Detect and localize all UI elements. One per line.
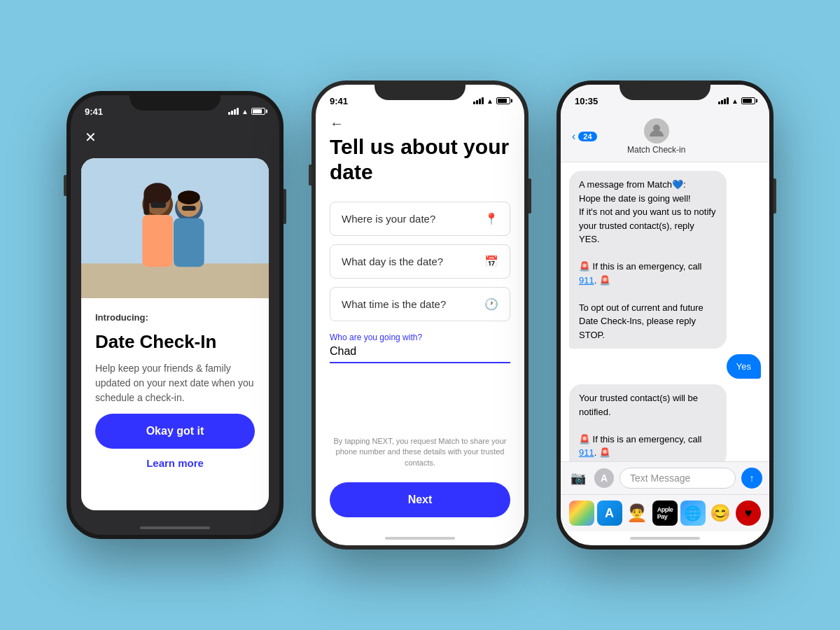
- home-indicator-3: [561, 531, 769, 545]
- location-field[interactable]: Where is your date? 📍: [330, 202, 510, 236]
- memoji-icon[interactable]: 🧑‍🦱: [624, 500, 650, 526]
- time-3: 10:35: [575, 96, 598, 106]
- person-icon: [648, 122, 665, 139]
- camera-button[interactable]: 📷: [568, 468, 589, 489]
- app-bar: A 🧑‍🦱 ApplePay 🌐 😊 ♥: [561, 494, 769, 531]
- photos-app-icon[interactable]: [569, 500, 594, 526]
- svg-rect-9: [174, 218, 204, 267]
- svg-rect-1: [81, 263, 269, 298]
- power-button-3: [774, 178, 776, 214]
- time-icon: 🕐: [484, 298, 498, 311]
- battery-icon: [251, 108, 265, 115]
- svg-rect-7: [150, 202, 166, 208]
- status-icons-2: ▲: [473, 97, 510, 105]
- screen-1: 9:41 ▲ ✕: [71, 95, 279, 535]
- intro-card: Introducing: Date Check-In Help keep you…: [81, 158, 269, 510]
- signal-icon-3: [718, 97, 729, 104]
- avatar: [644, 118, 669, 144]
- message-text-yes: Yes: [736, 361, 751, 372]
- home-indicator-2: [316, 531, 524, 545]
- svg-rect-12: [182, 206, 196, 211]
- home-indicator-1: [71, 521, 279, 535]
- next-button[interactable]: Next: [330, 482, 510, 517]
- date-field[interactable]: What day is the date? 📅: [330, 244, 510, 279]
- form-screen: Tell us about your date Where is your da…: [316, 134, 524, 475]
- back-with-badge[interactable]: ‹ 24: [572, 130, 597, 143]
- message-input-bar: 📷 A Text Message ↑: [561, 461, 769, 494]
- form-bottom: Next: [316, 475, 524, 531]
- contact-info: Match Check-in: [627, 118, 685, 155]
- phone-2: 9:41 ▲ ← Tell us about your date: [312, 80, 528, 550]
- volume-button: [64, 175, 66, 196]
- phone-1: 9:41 ▲ ✕: [66, 91, 284, 539]
- screen-3: 10:35 ▲ ‹ 24: [561, 85, 769, 545]
- couple-illustration: [81, 158, 269, 298]
- emergency-link-1[interactable]: 911: [579, 275, 594, 286]
- power-button-2: [528, 178, 531, 214]
- message-sent-1: Yes: [727, 354, 761, 379]
- status-icons-3: ▲: [718, 97, 755, 105]
- location-icon: 📍: [484, 212, 498, 225]
- message-received-1: A message from Match💙:Hope the date is g…: [569, 171, 727, 349]
- send-button[interactable]: ↑: [741, 468, 762, 489]
- message-received-2: Your trusted contact(s) will be notified…: [569, 384, 727, 461]
- applepay-icon[interactable]: ApplePay: [652, 500, 678, 526]
- volume-button-2: [309, 164, 312, 186]
- message-text-2: Your trusted contact(s) will be notified…: [579, 393, 701, 458]
- feature-description: Help keep your friends & family updated …: [95, 361, 255, 405]
- close-button[interactable]: ✕: [85, 129, 97, 146]
- calendar-icon: 📅: [484, 255, 498, 268]
- message-text-1: A message from Match💙:Hope the date is g…: [579, 179, 715, 340]
- form-title: Tell us about your date: [330, 134, 510, 185]
- text-message-input[interactable]: Text Message: [620, 468, 736, 489]
- wifi-icon: ▲: [241, 108, 248, 115]
- heart-app-icon[interactable]: ♥: [736, 500, 761, 526]
- notch-3: [620, 80, 710, 100]
- time-field[interactable]: What time is the date? 🕐: [330, 287, 510, 321]
- card-content: Introducing: Date Check-In Help keep you…: [81, 298, 269, 510]
- imessage-header: ‹ 24 Match Check-in: [561, 113, 769, 162]
- apps-button[interactable]: A: [594, 468, 614, 488]
- phone-3: 10:35 ▲ ‹ 24: [556, 80, 774, 550]
- wifi-icon-2: ▲: [486, 97, 493, 105]
- contact-name: Match Check-in: [627, 145, 685, 155]
- battery-icon-2: [496, 97, 510, 104]
- who-label: Who are you going with?: [330, 332, 510, 342]
- safari-icon[interactable]: 🌐: [680, 500, 706, 526]
- time-2: 9:41: [330, 96, 348, 106]
- signal-icon: [228, 108, 239, 115]
- screen-2: 9:41 ▲ ← Tell us about your date: [316, 85, 524, 545]
- back-chevron-icon: ‹: [572, 130, 575, 143]
- date-label: What day is the date?: [342, 255, 443, 267]
- emoji-icon[interactable]: 😊: [708, 500, 733, 526]
- svg-point-11: [178, 190, 200, 204]
- feature-title: Date Check-In: [95, 331, 255, 353]
- unread-badge: 24: [578, 132, 596, 141]
- emergency-link-2[interactable]: 911: [579, 447, 594, 458]
- appstore-icon[interactable]: A: [597, 500, 622, 526]
- svg-rect-3: [142, 215, 173, 267]
- battery-icon-3: [741, 97, 755, 104]
- who-value: Chad: [330, 345, 510, 358]
- okay-button[interactable]: Okay got it: [95, 414, 255, 449]
- disclaimer-text: By tapping NEXT, you request Match to sh…: [330, 429, 510, 475]
- wifi-icon-3: ▲: [732, 97, 738, 105]
- learn-more-button[interactable]: Learn more: [95, 457, 255, 469]
- back-button-2[interactable]: ←: [316, 113, 524, 134]
- location-label: Where is your date?: [342, 213, 435, 225]
- signal-icon-2: [473, 97, 484, 104]
- status-icons-1: ▲: [228, 108, 265, 115]
- notch-1: [130, 91, 220, 111]
- message-list: A message from Match💙:Hope the date is g…: [561, 162, 769, 461]
- power-button: [284, 189, 286, 224]
- introducing-label: Introducing:: [95, 312, 255, 323]
- notch-2: [374, 80, 465, 100]
- time-label: What time is the date?: [342, 298, 446, 310]
- svg-rect-6: [144, 194, 149, 215]
- time-1: 9:41: [85, 106, 103, 117]
- who-field[interactable]: Who are you going with? Chad: [330, 330, 510, 363]
- hero-image: [81, 158, 269, 298]
